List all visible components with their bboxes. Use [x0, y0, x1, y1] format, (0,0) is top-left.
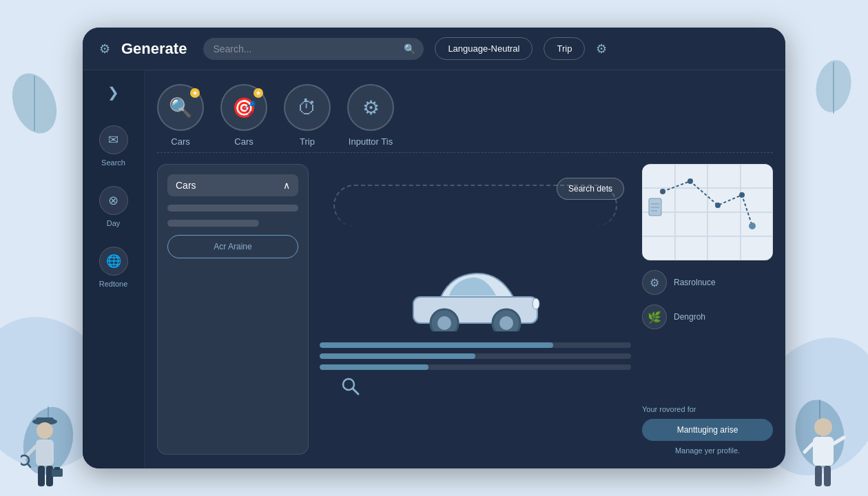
leaf-top-right — [809, 55, 858, 117]
sidebar-label-search: Search — [101, 158, 125, 167]
dashed-path — [333, 185, 617, 226]
prog-bar-fill-3 — [320, 364, 428, 370]
search-icon-top: 🔍 — [404, 43, 415, 54]
top-bar: ⚙ Generate 🔍 Language-Neutral Trip ⚙ — [83, 28, 785, 70]
prog-bar-2 — [320, 353, 631, 359]
star-badge-2: ★ — [254, 88, 263, 98]
svg-point-19 — [739, 192, 745, 198]
prog-bar-fill-1 — [320, 342, 553, 348]
svg-point-12 — [499, 316, 513, 330]
right-item-dengroh: 🌿 Dengroh — [642, 304, 773, 329]
sidebar-label-redtone: Redtone — [99, 280, 128, 288]
cars-circle-icon-2: 🎯 ★ — [220, 84, 267, 131]
dropdown-chevron-icon: ∧ — [283, 180, 290, 191]
resource-icon: ⚙ — [642, 270, 667, 295]
svg-point-18 — [715, 203, 721, 208]
trip-label: Trip — [300, 136, 315, 147]
icon-item-cars-2[interactable]: 🎯 ★ Cars — [220, 84, 267, 147]
svg-rect-37 — [813, 437, 834, 466]
svg-line-15 — [353, 389, 358, 394]
person-figure-left — [21, 406, 76, 496]
cars-label-2: Cars — [234, 136, 253, 147]
map-path-svg — [642, 164, 773, 260]
cars-dropdown[interactable]: Cars ∧ — [167, 174, 298, 196]
cars-circle-icon-1: 🔍 ★ — [157, 84, 204, 131]
svg-rect-32 — [38, 466, 45, 486]
icon-item-cars-1[interactable]: 🔍 ★ Cars — [157, 84, 204, 147]
svg-point-17 — [688, 178, 693, 184]
icons-row: 🔍 ★ Cars 🎯 ★ Cars ⏱ Trip — [157, 84, 773, 153]
svg-rect-41 — [824, 466, 831, 486]
cards-area: Cars ∧ Acr Araine Search dets — [157, 164, 773, 455]
inputtor-label: Inputtor Tis — [349, 136, 393, 147]
resource-label: Rasrolnuce — [674, 278, 716, 287]
svg-point-36 — [814, 418, 832, 436]
right-bottom: Your rovored for Manttuging arise Manage… — [642, 405, 773, 455]
filter-bar-1 — [167, 205, 298, 211]
svg-point-27 — [37, 422, 53, 439]
app-window: ⚙ Generate 🔍 Language-Neutral Trip ⚙ ❯ ✉… — [83, 28, 785, 468]
search-bar-wrap: 🔍 — [203, 38, 424, 60]
reward-text: Your rovored for — [642, 405, 773, 413]
svg-point-20 — [749, 223, 756, 229]
prog-bar-fill-2 — [320, 353, 475, 359]
filter-bar-2 — [167, 220, 259, 227]
svg-point-10 — [437, 316, 451, 330]
sidebar-label-day: Day — [107, 219, 121, 227]
map-thumbnail — [642, 164, 773, 260]
mail-icon: ✉ — [99, 125, 128, 154]
day-icon: ⊗ — [99, 186, 128, 215]
svg-point-16 — [660, 189, 665, 194]
acr-araine-button[interactable]: Acr Araine — [167, 235, 298, 258]
svg-point-13 — [533, 298, 539, 309]
sidebar: ❯ ✉ Search ⊗ Day 🌐 Redtone — [83, 70, 145, 468]
language-neutral-button[interactable]: Language-Neutral — [435, 37, 533, 60]
prog-bar-1 — [320, 342, 631, 348]
main-content: ❯ ✉ Search ⊗ Day 🌐 Redtone 🔍 ★ — [83, 70, 785, 468]
search-input[interactable] — [203, 38, 424, 60]
icon-item-trip[interactable]: ⏱ Trip — [284, 84, 331, 147]
sidebar-item-day[interactable]: ⊗ Day — [99, 186, 128, 227]
trip-circle-icon: ⏱ — [284, 84, 331, 131]
gear-icon-left[interactable]: ⚙ — [99, 41, 110, 56]
leaf-top-left — [7, 69, 62, 138]
person-figure-right — [792, 406, 847, 496]
icon-item-inputtor[interactable]: ⚙ Inputtor Tis — [347, 84, 394, 147]
gear-icon-right[interactable]: ⚙ — [596, 41, 607, 56]
progress-bars — [320, 342, 631, 370]
inputtor-circle-icon: ⚙ — [347, 84, 394, 131]
svg-rect-35 — [54, 467, 60, 470]
svg-rect-40 — [815, 466, 822, 486]
trip-button[interactable]: Trip — [544, 37, 585, 60]
dengroh-icon: 🌿 — [642, 304, 667, 329]
sidebar-item-search[interactable]: ✉ Search — [99, 125, 128, 167]
right-item-resource: ⚙ Rasrolnuce — [642, 270, 773, 295]
svg-rect-28 — [36, 440, 54, 466]
app-title: Generate — [121, 40, 187, 58]
sidebar-item-redtone[interactable]: 🌐 Redtone — [99, 247, 128, 288]
car-visual-area: Search dets — [320, 164, 631, 455]
manage-button[interactable]: Manttuging arise — [642, 419, 773, 441]
svg-line-39 — [805, 444, 813, 452]
cars-label-1: Cars — [171, 136, 189, 147]
dengroh-label: Dengroh — [674, 312, 705, 322]
car-svg — [400, 262, 551, 334]
manage-profile-text: Manage yer profile. — [642, 446, 773, 455]
svg-line-31 — [28, 464, 30, 467]
cars-dropdown-label: Cars — [176, 180, 196, 191]
sidebar-chevron[interactable]: ❯ — [107, 84, 119, 101]
center-panel: 🔍 ★ Cars 🎯 ★ Cars ⏱ Trip — [145, 70, 785, 468]
globe-icon: 🌐 — [99, 247, 128, 276]
svg-line-38 — [834, 437, 844, 444]
prog-bar-3 — [320, 364, 631, 370]
cars-card: Cars ∧ Acr Araine — [157, 164, 309, 455]
magnifier-hint — [340, 376, 361, 400]
right-panel: ⚙ Rasrolnuce 🌿 Dengroh Your rovored for … — [642, 164, 773, 455]
star-badge-1: ★ — [190, 88, 200, 98]
